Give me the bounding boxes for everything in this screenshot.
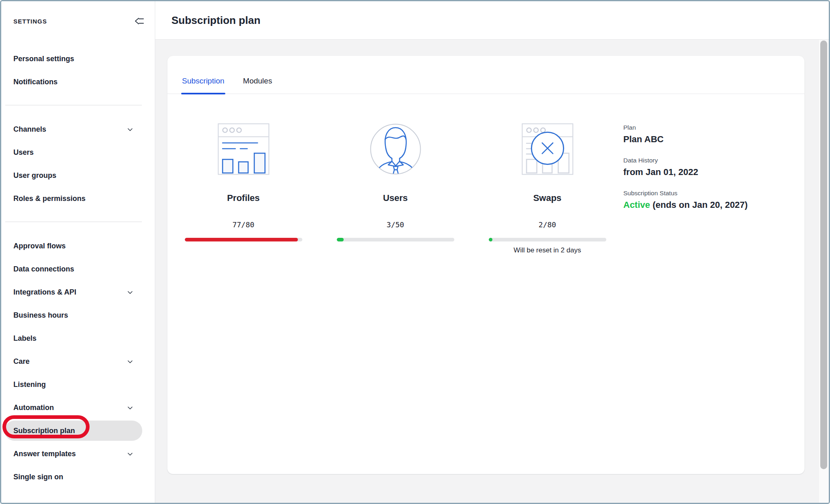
- sidebar-item-automation[interactable]: Automation: [1, 396, 155, 419]
- usage-count: 3/50: [387, 220, 404, 229]
- usage-progress-fill: [185, 238, 298, 241]
- chevron-down-icon: [127, 359, 133, 365]
- subscription-status-group: Subscription Status Active (ends on Jan …: [623, 190, 748, 210]
- sidebar-item-label: Subscription plan: [13, 427, 75, 435]
- sidebar-item-label: Answer templates: [13, 450, 76, 458]
- sidebar-item-answer-templates[interactable]: Answer templates: [1, 442, 155, 466]
- app-window: SETTINGS Personal settings Notifications: [0, 0, 830, 504]
- sidebar-item-label: Roles & permissions: [13, 194, 86, 203]
- sidebar-divider: [5, 105, 142, 105]
- sidebar-item-label: Data connections: [13, 265, 74, 273]
- sidebar-title: SETTINGS: [13, 18, 47, 25]
- data-history-value: from Jan 01, 2022: [623, 167, 748, 177]
- usage-progress-bar: [337, 238, 454, 241]
- sidebar-item-label: Integrations & API: [13, 288, 76, 297]
- sidebar-item-label: Automation: [13, 404, 54, 412]
- sidebar-item-label: Approval flows: [13, 242, 66, 250]
- status-active-text: Active: [623, 200, 650, 210]
- usage-progress-fill: [489, 238, 492, 241]
- sidebar-item-business-hours[interactable]: Business hours: [1, 304, 155, 327]
- subscription-card: Subscription Modules: [167, 56, 804, 474]
- collapse-sidebar-button[interactable]: [134, 16, 144, 26]
- sidebar-item-label: Listening: [13, 380, 46, 389]
- data-history-group: Data History from Jan 01, 2022: [623, 157, 748, 177]
- vertical-scrollbar-track[interactable]: [818, 40, 829, 503]
- sidebar-header: SETTINGS: [1, 12, 155, 30]
- plan-info-panel: Plan Plan ABC Data History from Jan 01, …: [623, 123, 748, 254]
- sidebar-item-labels[interactable]: Labels: [1, 327, 155, 350]
- usage-title: Profiles: [227, 193, 260, 203]
- page-header: Subscription plan: [155, 1, 829, 40]
- sidebar-item-data-connections[interactable]: Data connections: [1, 258, 155, 281]
- sidebar-item-label: User groups: [13, 171, 56, 180]
- sidebar-item-label: Labels: [13, 334, 36, 343]
- status-end-date: (ends on Jan 20, 2027): [650, 200, 748, 210]
- sidebar-item-channels[interactable]: Channels: [1, 118, 155, 141]
- users-avatar-icon: [370, 123, 421, 175]
- chevron-down-icon: [127, 126, 133, 133]
- tab-modules[interactable]: Modules: [242, 77, 273, 94]
- sidebar-item-approval-flows[interactable]: Approval flows: [1, 235, 155, 258]
- usage-title: Users: [383, 193, 408, 203]
- sidebar-item-personal-settings[interactable]: Personal settings: [1, 47, 155, 70]
- chevron-down-icon: [127, 289, 133, 296]
- usage-reset-note: Will be reset in 2 days: [513, 246, 581, 254]
- sidebar-item-notifications[interactable]: Notifications: [1, 70, 155, 94]
- sidebar-nav: Personal settings Notifications Channels…: [1, 47, 155, 489]
- usage-title: Swaps: [533, 193, 562, 203]
- sidebar-item-label: Care: [13, 357, 30, 366]
- sidebar-item-label: Channels: [13, 125, 46, 134]
- usage-card-swaps: Swaps 2/80 Will be reset in 2 days: [471, 123, 623, 254]
- content-area: Subscription Modules: [155, 40, 829, 503]
- sidebar-item-listening[interactable]: Listening: [1, 373, 155, 396]
- settings-sidebar: SETTINGS Personal settings Notifications: [1, 1, 155, 503]
- sidebar-item-label: Personal settings: [13, 55, 74, 63]
- tab-bar: Subscription Modules: [167, 56, 804, 94]
- usage-progress-fill: [337, 238, 344, 241]
- usage-card-profiles: Profiles 77/80: [167, 123, 319, 254]
- sidebar-divider: [5, 222, 142, 222]
- subscription-content: Profiles 77/80: [167, 94, 804, 254]
- sidebar-item-single-sign-on[interactable]: Single sign on: [1, 466, 155, 489]
- data-history-label: Data History: [623, 157, 748, 164]
- sidebar-item-subscription-plan[interactable]: Subscription plan: [4, 421, 142, 441]
- subscription-status-value: Active (ends on Jan 20, 2027): [623, 200, 748, 210]
- tab-subscription[interactable]: Subscription: [181, 77, 225, 94]
- chevron-down-icon: [127, 451, 133, 457]
- sidebar-item-integrations-api[interactable]: Integrations & API: [1, 281, 155, 304]
- sidebar-item-care[interactable]: Care: [1, 350, 155, 373]
- sidebar-item-label: Notifications: [13, 78, 58, 86]
- usage-progress-bar: [489, 238, 606, 241]
- plan-label: Plan: [623, 124, 748, 131]
- main-area: Subscription plan Subscription Modules: [155, 1, 829, 503]
- usage-card-users: Users 3/50: [319, 123, 471, 254]
- sidebar-item-label: Business hours: [13, 311, 68, 320]
- chevron-down-icon: [127, 405, 133, 411]
- usage-count: 77/80: [232, 220, 254, 229]
- page-title: Subscription plan: [171, 14, 261, 27]
- collapse-sidebar-icon: [134, 16, 144, 26]
- usage-progress-bar: [185, 238, 302, 241]
- swaps-window-x-icon: [522, 123, 573, 175]
- plan-value: Plan ABC: [623, 134, 748, 145]
- sidebar-item-label: Users: [13, 148, 34, 157]
- usage-count: 2/80: [539, 220, 556, 229]
- plan-group: Plan Plan ABC: [623, 124, 748, 145]
- profiles-window-chart-icon: [218, 123, 270, 175]
- sidebar-item-label: Single sign on: [13, 473, 63, 481]
- subscription-status-label: Subscription Status: [623, 190, 748, 197]
- sidebar-item-users[interactable]: Users: [1, 141, 155, 164]
- vertical-scrollbar-thumb[interactable]: [820, 41, 827, 469]
- sidebar-item-user-groups[interactable]: User groups: [1, 164, 155, 187]
- sidebar-item-roles-permissions[interactable]: Roles & permissions: [1, 187, 155, 210]
